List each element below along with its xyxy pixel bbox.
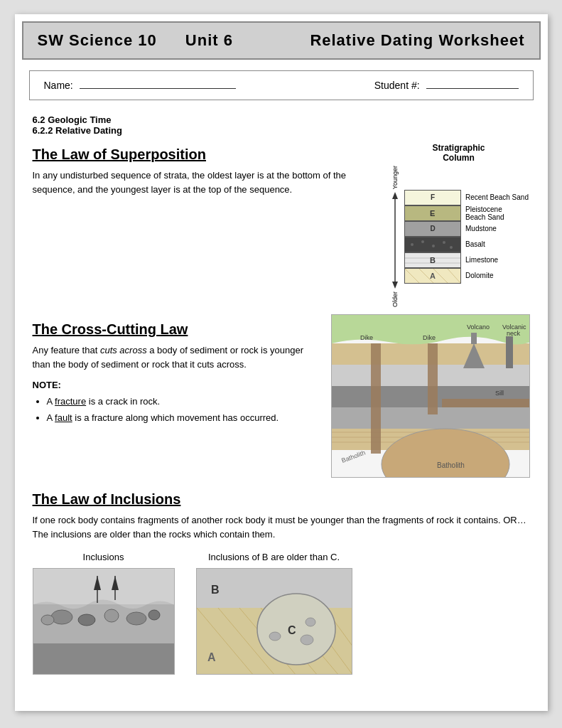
svg-rect-36 bbox=[442, 399, 530, 407]
label-b: Limestone bbox=[465, 252, 529, 268]
svg-marker-1 bbox=[392, 192, 398, 199]
inclusion-label-1: Inclusions bbox=[83, 552, 124, 562]
strat-column: StratigraphicColumn Younger bbox=[388, 139, 530, 307]
page: SW Science 10 Unit 6 Relative Dating Wor… bbox=[15, 14, 548, 711]
note-label: NOTE: bbox=[33, 380, 61, 390]
layer-b-pattern: B bbox=[405, 253, 460, 267]
svg-rect-52 bbox=[33, 643, 175, 675]
label-c: Basalt bbox=[465, 237, 529, 252]
svg-point-49 bbox=[126, 612, 146, 625]
strat-title: StratigraphicColumn bbox=[432, 143, 485, 163]
svg-rect-32 bbox=[371, 343, 381, 454]
layer-a-pattern: A bbox=[405, 269, 460, 283]
svg-point-71 bbox=[301, 635, 313, 645]
name-label: Name: bbox=[44, 80, 236, 91]
inclusion-diagram-2: Inclusions of B are older than C. B bbox=[196, 552, 352, 675]
bullet-fracture: A fracture is a crack in rock. bbox=[47, 393, 320, 410]
younger-label: Younger bbox=[391, 166, 399, 189]
svg-point-47 bbox=[78, 614, 95, 626]
layer-b: B bbox=[404, 252, 461, 268]
student-underline[interactable] bbox=[426, 88, 519, 89]
strat-column-container: StratigraphicColumn Younger bbox=[388, 143, 530, 307]
svg-text:Dike: Dike bbox=[423, 334, 436, 341]
svg-rect-44 bbox=[33, 569, 175, 604]
layer-c-pattern bbox=[405, 237, 460, 252]
layer-e-pattern: E bbox=[405, 206, 460, 220]
label-a: Dolomite bbox=[465, 268, 529, 284]
svg-rect-34 bbox=[428, 343, 438, 414]
svg-point-68 bbox=[257, 594, 335, 665]
svg-text:B: B bbox=[430, 256, 436, 264]
worksheet-label: Relative Dating Worksheet bbox=[310, 31, 524, 50]
svg-point-7 bbox=[421, 240, 424, 243]
content: 6.2 Geologic Time 6.2.2 Relative Dating … bbox=[15, 111, 548, 689]
svg-text:Volcano: Volcano bbox=[467, 323, 490, 331]
svg-point-9 bbox=[443, 241, 445, 244]
svg-rect-41 bbox=[506, 336, 513, 368]
sw-science-label: SW Science 10 bbox=[38, 31, 157, 50]
superposition-title: The Law of Superposition bbox=[33, 146, 381, 163]
geo-time-header: 6.2 Geologic Time 6.2.2 Relative Dating bbox=[33, 114, 530, 136]
svg-text:A: A bbox=[207, 651, 216, 663]
inclusions-text: If one rock body contains fragments of a… bbox=[33, 513, 530, 541]
superposition-area: The Law of Superposition In any undistur… bbox=[33, 139, 530, 307]
cross-cutting-section: The Cross-Cutting Law Any feature that c… bbox=[33, 314, 530, 481]
strat-arrow-col: Younger bbox=[389, 166, 401, 307]
student-label: Student #: bbox=[374, 80, 519, 91]
svg-point-46 bbox=[51, 610, 72, 624]
inclusion-diagram-1: Inclusions bbox=[33, 552, 175, 675]
svg-text:Sill: Sill bbox=[495, 390, 504, 397]
layer-d: D bbox=[404, 221, 461, 237]
header: SW Science 10 Unit 6 Relative Dating Wor… bbox=[22, 21, 541, 60]
strat-layers-col: F E D bbox=[404, 190, 461, 284]
svg-point-48 bbox=[104, 609, 119, 622]
inclusions-title: The Law of Inclusions bbox=[33, 491, 530, 508]
superposition-left: The Law of Superposition In any undistur… bbox=[33, 139, 381, 307]
svg-text:A: A bbox=[430, 272, 436, 280]
cross-cutting-text: Any feature that cuts across a body of s… bbox=[33, 343, 320, 371]
name-section: Name: Student #: bbox=[29, 70, 534, 100]
label-d: Mudstone bbox=[465, 221, 529, 237]
svg-rect-39 bbox=[471, 333, 477, 344]
label-f: Recent Beach Sand bbox=[465, 190, 529, 205]
cross-cutting-title: The Cross-Cutting Law bbox=[33, 321, 320, 338]
svg-point-8 bbox=[432, 245, 435, 247]
inclusions-svg-1 bbox=[33, 568, 175, 675]
svg-point-51 bbox=[41, 615, 54, 625]
svg-marker-2 bbox=[392, 282, 398, 289]
svg-point-72 bbox=[306, 618, 315, 626]
inclusion-label-2: Inclusions of B are older than C. bbox=[208, 552, 340, 562]
cross-cutting-diagram: Batholith Batholith Dike Dike Sill bbox=[331, 314, 530, 481]
strat-inner: Younger bbox=[389, 166, 529, 307]
unit-label: Unit 6 bbox=[185, 31, 233, 50]
note-section: NOTE: bbox=[33, 378, 320, 393]
svg-text:C: C bbox=[288, 624, 296, 636]
name-underline[interactable] bbox=[80, 88, 236, 89]
cross-cutting-svg: Batholith Batholith Dike Dike Sill bbox=[331, 314, 530, 478]
svg-text:E: E bbox=[430, 209, 435, 218]
svg-text:neck: neck bbox=[507, 330, 521, 337]
layer-c bbox=[404, 237, 461, 252]
svg-text:Batholith: Batholith bbox=[340, 449, 366, 464]
strat-labels-col: Recent Beach Sand PleistoceneBeach Sand … bbox=[465, 190, 529, 284]
svg-point-10 bbox=[450, 246, 453, 249]
bullet-list: A fracture is a crack in rock. A fault i… bbox=[33, 393, 320, 427]
svg-text:Batholith: Batholith bbox=[437, 461, 465, 469]
svg-point-6 bbox=[411, 243, 414, 246]
layer-a: A bbox=[404, 268, 461, 284]
layer-f: F bbox=[404, 190, 461, 205]
cross-cutting-left: The Cross-Cutting Law Any feature that c… bbox=[33, 314, 320, 427]
older-label: Older bbox=[391, 291, 399, 307]
younger-older-arrow bbox=[389, 191, 401, 290]
bullet-fault: A fault is a fracture along which moveme… bbox=[47, 410, 320, 426]
svg-point-70 bbox=[269, 632, 281, 641]
inclusions-diagrams: Inclusions bbox=[33, 552, 530, 675]
svg-point-50 bbox=[148, 610, 160, 620]
svg-text:B: B bbox=[211, 584, 220, 596]
superposition-text: In any undisturbed sequence of strata, t… bbox=[33, 168, 381, 196]
svg-text:Dike: Dike bbox=[360, 334, 373, 341]
label-e: PleistoceneBeach Sand bbox=[465, 205, 529, 221]
layer-e: E bbox=[404, 205, 461, 221]
inclusions-section: The Law of Inclusions If one rock body c… bbox=[33, 491, 530, 675]
inclusions-svg-2: B A bbox=[196, 568, 352, 675]
